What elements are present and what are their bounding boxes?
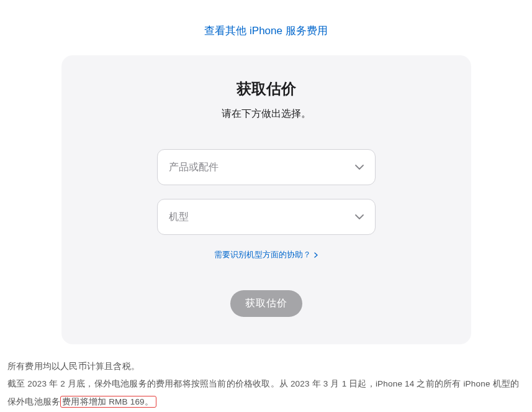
model-select[interactable]: 机型 <box>157 199 376 235</box>
model-select-placeholder: 机型 <box>169 211 189 224</box>
top-link-container: 查看其他 iPhone 服务费用 <box>0 0 532 55</box>
get-estimate-button[interactable]: 获取估价 <box>230 290 302 317</box>
product-select-placeholder: 产品或配件 <box>169 161 219 174</box>
product-select-wrapper: 产品或配件 <box>157 149 376 185</box>
chevron-down-icon <box>355 165 364 170</box>
chevron-down-icon <box>355 214 364 219</box>
estimate-card: 获取估价 请在下方做出选择。 产品或配件 机型 需要识别机型方面的协助？ <box>61 55 471 344</box>
footer: 所有费用均以人民币计算且含税。 截至 2023 年 2 月底，保外电池服务的费用… <box>0 344 532 411</box>
price-increase-highlight: 费用将增加 RMB 169。 <box>60 396 156 408</box>
model-select-wrapper: 机型 <box>157 199 376 235</box>
product-select[interactable]: 产品或配件 <box>157 149 376 185</box>
footer-price-notice: 截至 2023 年 2 月底，保外电池服务的费用都将按照当前的价格收取。从 20… <box>7 375 525 411</box>
help-link-container: 需要识别机型方面的协助？ <box>86 249 446 260</box>
footer-tax-note: 所有费用均以人民币计算且含税。 <box>7 358 525 375</box>
help-link-text: 需要识别机型方面的协助？ <box>214 250 311 259</box>
other-service-fees-link[interactable]: 查看其他 iPhone 服务费用 <box>204 25 327 37</box>
card-subtitle: 请在下方做出选择。 <box>86 108 446 121</box>
card-title: 获取估价 <box>86 79 446 99</box>
chevron-right-icon <box>314 250 318 260</box>
identify-model-help-link[interactable]: 需要识别机型方面的协助？ <box>214 250 318 259</box>
